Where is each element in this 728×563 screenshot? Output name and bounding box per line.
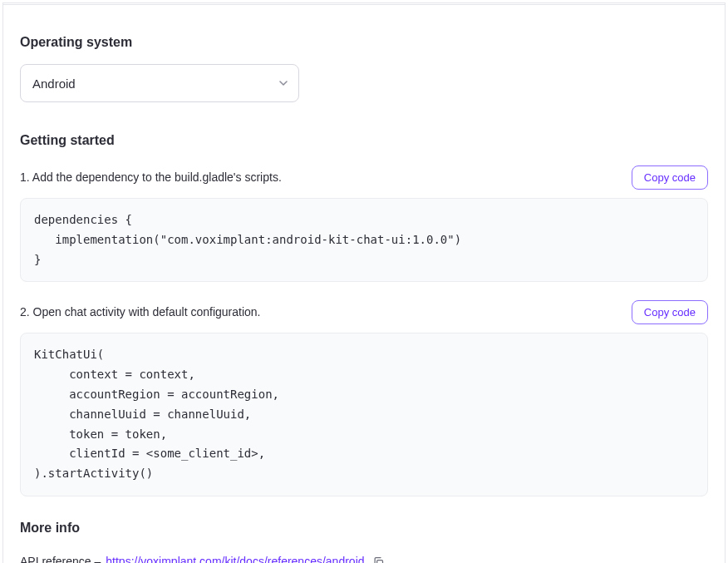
step-row: 2. Open chat activity with default confi…	[20, 300, 708, 324]
code-block: KitChatUi( context = context, accountReg…	[20, 333, 708, 496]
copy-code-button[interactable]: Copy code	[632, 165, 708, 190]
copy-icon	[372, 556, 385, 563]
step-text: 2. Open chat activity with default confi…	[20, 304, 261, 321]
copy-link-button[interactable]	[370, 553, 388, 563]
os-select[interactable]: Android	[20, 64, 299, 102]
os-heading: Operating system	[20, 32, 708, 52]
code-block: dependencies { implementation("com.voxim…	[20, 198, 708, 282]
more-info-heading: More info	[20, 518, 708, 538]
getting-started-heading: Getting started	[20, 131, 708, 151]
more-info-line: API reference – https://voximplant.com/k…	[20, 553, 708, 563]
os-select-box[interactable]: Android	[20, 64, 299, 102]
doc-page: Operating system Android Getting started…	[2, 2, 726, 563]
step-text: 1. Add the dependency to the build.gladl…	[20, 169, 282, 186]
api-reference-prefix: API reference –	[20, 553, 101, 563]
copy-code-button[interactable]: Copy code	[632, 300, 708, 324]
os-select-value: Android	[32, 77, 76, 91]
step-row: 1. Add the dependency to the build.gladl…	[20, 165, 708, 190]
api-reference-link[interactable]: https://voximplant.com/kit/docs/referenc…	[106, 553, 364, 563]
